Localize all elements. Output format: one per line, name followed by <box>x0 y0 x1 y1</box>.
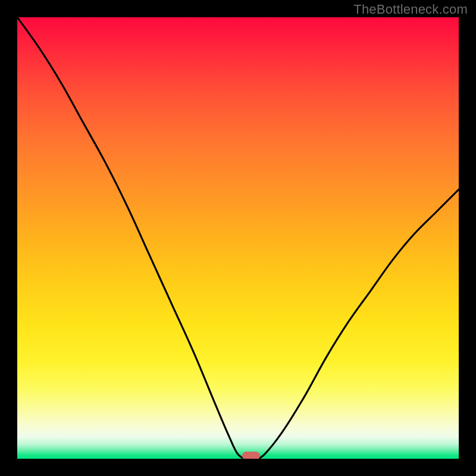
optimal-marker <box>242 452 260 459</box>
bottleneck-curve <box>17 17 459 459</box>
curve-path <box>17 17 459 459</box>
watermark-text: TheBottleneck.com <box>353 2 468 17</box>
plot-area <box>17 17 459 459</box>
chart-frame: TheBottleneck.com <box>0 0 476 476</box>
